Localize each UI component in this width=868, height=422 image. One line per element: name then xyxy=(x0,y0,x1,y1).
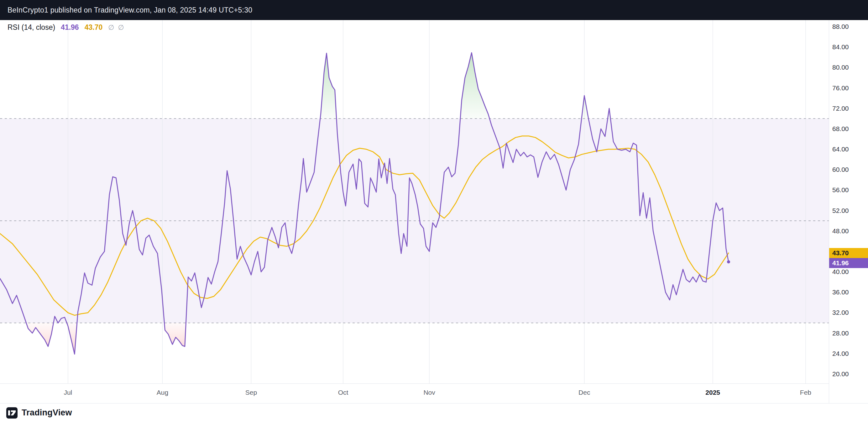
rsi-chart xyxy=(0,20,829,384)
chart-canvas[interactable]: RSI (14, close) 41.96 43.70 ∅ ∅ xyxy=(0,20,829,384)
x-axis-label-2025: 2025 xyxy=(705,389,720,396)
y-axis-tick: 24.00 xyxy=(832,350,849,358)
y-axis-tick: 52.00 xyxy=(832,207,849,215)
indicator-title: RSI (14, close) xyxy=(7,23,55,32)
publish-header: BeInCrypto1 published on TradingView.com… xyxy=(0,0,868,20)
indicator-legend: RSI (14, close) 41.96 43.70 ∅ ∅ xyxy=(7,23,124,32)
x-axis-label-Feb: Feb xyxy=(800,389,811,396)
tradingview-logo-bar xyxy=(8,411,10,415)
y-axis-tick: 40.00 xyxy=(832,268,849,276)
hidden-source-icon: ∅ xyxy=(108,24,114,32)
y-axis-tick: 84.00 xyxy=(832,43,849,51)
y-axis-tick: 60.00 xyxy=(832,165,849,174)
y-axis-tick: 88.00 xyxy=(832,23,849,31)
y-axis-tick: 28.00 xyxy=(832,329,849,337)
y-axis-tick: 32.00 xyxy=(832,308,849,316)
y-axis-tick: 72.00 xyxy=(832,104,849,113)
y-axis-tick: 36.00 xyxy=(832,288,849,296)
y-axis-tick: 68.00 xyxy=(832,125,849,133)
footer-bar: TradingView xyxy=(0,403,868,422)
y-axis-tick: 64.00 xyxy=(832,145,849,153)
tradingview-logo-tile xyxy=(6,407,18,419)
rsi-last-dot xyxy=(727,260,730,263)
price-axis[interactable]: 88.0084.0080.0076.0072.0068.0064.0060.00… xyxy=(829,20,868,403)
y-axis-tick: 56.00 xyxy=(832,186,849,194)
tradingview-logo xyxy=(6,407,18,419)
y-axis-tick: 48.00 xyxy=(832,227,849,235)
y-axis-tick: 80.00 xyxy=(832,63,849,71)
rsi-value: 41.96 xyxy=(61,23,79,32)
brand-text: TradingView xyxy=(22,408,72,418)
x-axis-label-Jul: Jul xyxy=(64,389,72,396)
x-axis-label-Sep: Sep xyxy=(245,389,257,396)
time-axis[interactable]: JulAugSepOctNovDec2025Feb xyxy=(0,384,829,403)
x-axis-label-Nov: Nov xyxy=(423,389,435,396)
y-axis-tick: 20.00 xyxy=(832,370,849,378)
x-axis-label-Aug: Aug xyxy=(157,389,168,396)
axis-price-label-43.70: 43.70 xyxy=(829,248,868,258)
y-axis-tick: 76.00 xyxy=(832,84,849,92)
x-axis-label-Oct: Oct xyxy=(338,389,348,396)
x-axis-label-Dec: Dec xyxy=(579,389,590,396)
hidden-source-icon: ∅ xyxy=(118,24,124,32)
ma-value: 43.70 xyxy=(85,23,103,32)
publish-header-text: BeInCrypto1 published on TradingView.com… xyxy=(7,6,252,14)
axis-price-label-41.96: 41.96 xyxy=(829,258,868,268)
